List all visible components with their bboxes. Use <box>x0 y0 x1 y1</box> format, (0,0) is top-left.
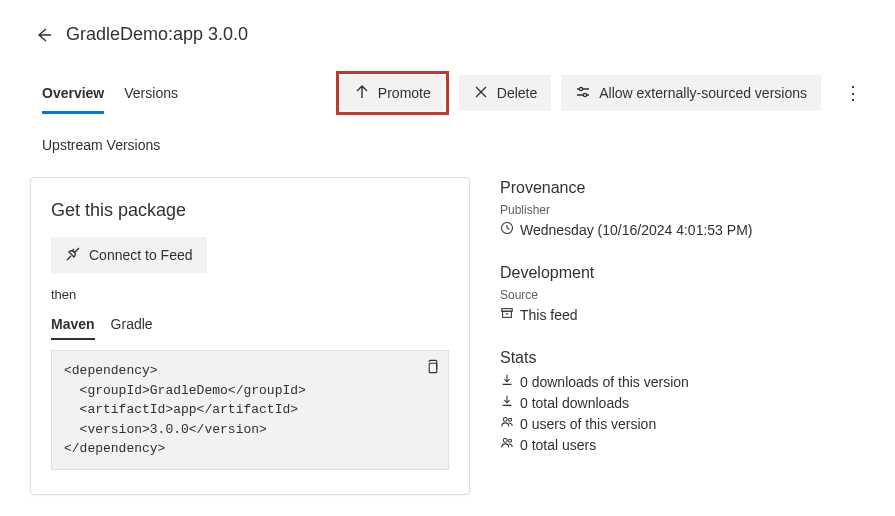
page-header: GradleDemo:app 3.0.0 <box>0 24 895 45</box>
tab-versions[interactable]: Versions <box>124 79 178 114</box>
more-actions-icon[interactable]: ⋮ <box>841 82 865 104</box>
stat-downloads-version: 0 downloads of this version <box>500 373 865 390</box>
stat-users-version: 0 users of this version <box>500 415 865 432</box>
stat-users-total-value: 0 total users <box>520 437 596 453</box>
published-at-value: Wednesday (10/16/2024 4:01:53 PM) <box>520 222 752 238</box>
code-text: <dependency> <groupId>GradleDemo</groupI… <box>64 363 306 456</box>
get-package-card: Get this package Connect to Feed then Ma… <box>30 177 470 495</box>
copy-icon[interactable] <box>425 359 440 381</box>
svg-point-6 <box>503 417 507 421</box>
download-icon <box>500 394 514 411</box>
allow-external-label: Allow externally-sourced versions <box>599 85 807 101</box>
code-snippet: <dependency> <groupId>GradleDemo</groupI… <box>51 350 449 470</box>
x-icon <box>473 84 489 103</box>
users-icon <box>500 415 514 432</box>
action-buttons: Promote Delete Allow externally-sourced … <box>336 71 865 115</box>
allow-external-button[interactable]: Allow externally-sourced versions <box>561 75 821 111</box>
svg-rect-2 <box>429 363 437 372</box>
source-line: This feed <box>500 306 865 323</box>
svg-point-9 <box>509 439 512 442</box>
right-column: Provenance Publisher Wednesday (10/16/20… <box>500 177 865 495</box>
delete-label: Delete <box>497 85 537 101</box>
stat-downloads-total-value: 0 total downloads <box>520 395 629 411</box>
back-arrow-icon[interactable] <box>36 27 52 43</box>
clock-icon <box>500 221 514 238</box>
stat-downloads-total: 0 total downloads <box>500 394 865 411</box>
provenance-title: Provenance <box>500 179 865 197</box>
upstream-versions-heading: Upstream Versions <box>0 137 895 153</box>
subtab-gradle[interactable]: Gradle <box>111 312 153 340</box>
stat-downloads-version-value: 0 downloads of this version <box>520 374 689 390</box>
subtab-maven[interactable]: Maven <box>51 312 95 340</box>
page-title: GradleDemo:app 3.0.0 <box>66 24 248 45</box>
plug-icon <box>65 246 81 265</box>
then-label: then <box>51 287 449 302</box>
svg-point-7 <box>509 418 512 421</box>
arrow-up-icon <box>354 84 370 103</box>
archive-icon <box>500 306 514 323</box>
get-package-title: Get this package <box>51 200 449 221</box>
delete-button[interactable]: Delete <box>459 75 551 111</box>
tab-overview[interactable]: Overview <box>42 79 104 114</box>
users-icon <box>500 436 514 453</box>
svg-point-8 <box>503 438 507 442</box>
sliders-icon <box>575 84 591 103</box>
promote-button[interactable]: Promote <box>340 75 445 111</box>
promote-highlight: Promote <box>336 71 449 115</box>
svg-point-1 <box>584 93 587 96</box>
publisher-label: Publisher <box>500 203 865 217</box>
package-subtabs: Maven Gradle <box>51 312 449 340</box>
published-at-line: Wednesday (10/16/2024 4:01:53 PM) <box>500 221 865 238</box>
development-title: Development <box>500 264 865 282</box>
stat-users-version-value: 0 users of this version <box>520 416 656 432</box>
svg-point-0 <box>580 87 583 90</box>
content-area: Get this package Connect to Feed then Ma… <box>0 153 895 495</box>
connect-to-feed-button[interactable]: Connect to Feed <box>51 237 207 273</box>
left-column: Get this package Connect to Feed then Ma… <box>30 177 470 495</box>
stats-title: Stats <box>500 349 865 367</box>
source-label: Source <box>500 288 865 302</box>
toolbar-row: Overview Versions Promote Delete Allow e… <box>0 71 895 115</box>
main-tabs: Overview Versions <box>42 71 178 114</box>
connect-to-feed-label: Connect to Feed <box>89 247 193 263</box>
promote-label: Promote <box>378 85 431 101</box>
download-icon <box>500 373 514 390</box>
stat-users-total: 0 total users <box>500 436 865 453</box>
source-value: This feed <box>520 307 578 323</box>
